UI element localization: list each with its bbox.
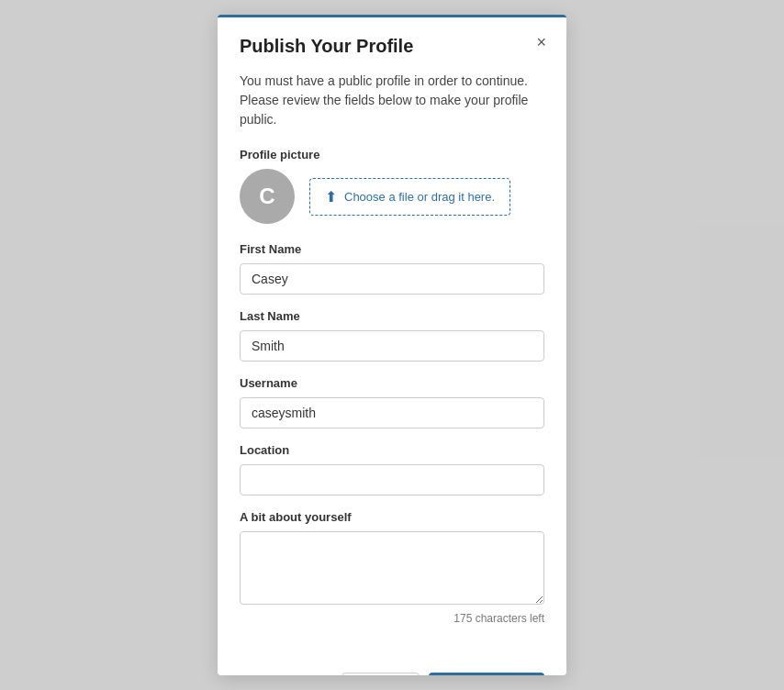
publish-profile-modal: Publish Your Profile × You must have a p…: [218, 15, 566, 675]
last-name-label: Last Name: [240, 309, 544, 323]
upload-icon: ⬆: [325, 188, 337, 206]
close-button[interactable]: ×: [531, 32, 552, 52]
create-profile-button[interactable]: Create Profile: [429, 673, 544, 675]
profile-picture-label: Profile picture: [240, 148, 544, 161]
modal-body: You must have a public profile in order …: [218, 72, 566, 662]
upload-label: Choose a file or drag it here.: [344, 190, 495, 204]
first-name-input[interactable]: [240, 263, 544, 295]
modal-title: Publish Your Profile: [240, 36, 544, 57]
profile-picture-section: Profile picture C ⬆ Choose a file or dra…: [240, 148, 544, 224]
profile-picture-row: C ⬆ Choose a file or drag it here.: [240, 169, 544, 224]
char-count: 175 characters left: [240, 612, 544, 625]
first-name-label: First Name: [240, 242, 544, 256]
modal-footer: Cancel Create Profile: [218, 662, 566, 675]
username-label: Username: [240, 376, 544, 390]
location-label: Location: [240, 443, 544, 457]
avatar: C: [240, 169, 295, 224]
location-field: Location: [240, 443, 544, 495]
about-field: A bit about yourself 175 characters left: [240, 510, 544, 625]
first-name-field: First Name: [240, 242, 544, 295]
location-input[interactable]: [240, 464, 544, 495]
modal-description: You must have a public profile in order …: [240, 72, 544, 129]
username-input[interactable]: [240, 397, 544, 428]
about-label: A bit about yourself: [240, 510, 544, 524]
file-upload-area[interactable]: ⬆ Choose a file or drag it here.: [309, 178, 510, 216]
modal-overlay: Publish Your Profile × You must have a p…: [0, 0, 784, 690]
username-field: Username: [240, 376, 544, 428]
last-name-input[interactable]: [240, 330, 544, 362]
about-textarea[interactable]: [240, 531, 544, 605]
modal-header: Publish Your Profile ×: [218, 17, 566, 57]
last-name-field: Last Name: [240, 309, 544, 362]
cancel-button[interactable]: Cancel: [342, 673, 420, 675]
